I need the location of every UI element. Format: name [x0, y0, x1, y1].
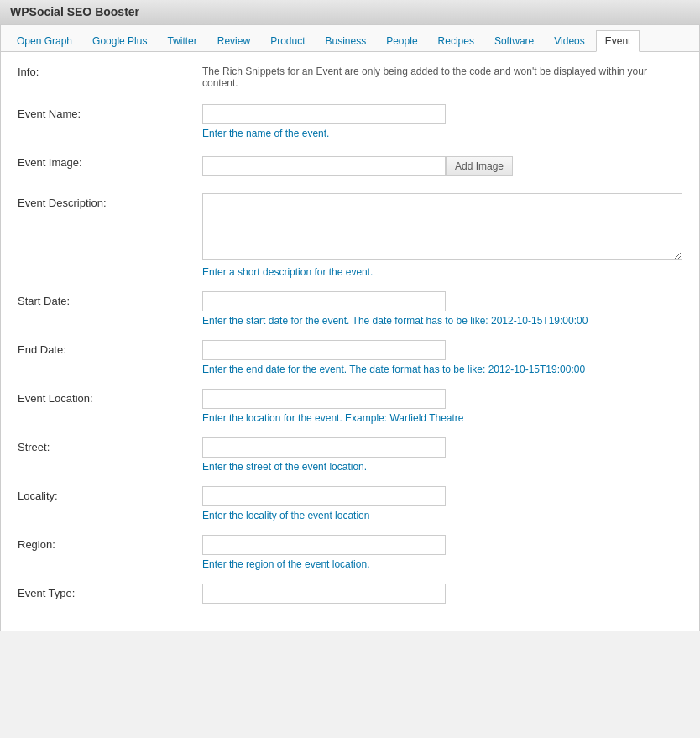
event-image-url-input[interactable] — [202, 156, 446, 176]
tab-google-plus[interactable]: Google Plus — [83, 30, 156, 51]
tab-open-graph[interactable]: Open Graph — [8, 30, 81, 51]
field-row-end-date: End Date:Enter the end date for the even… — [18, 340, 682, 375]
add-image-button[interactable]: Add Image — [446, 156, 513, 176]
field-wrapper-event-name: Enter the name of the event. — [202, 104, 682, 139]
tab-product[interactable]: Product — [261, 30, 314, 51]
region-input[interactable] — [202, 535, 446, 555]
field-label-start-date: Start Date: — [18, 291, 202, 307]
tab-people[interactable]: People — [377, 30, 426, 51]
field-hint-event-name: Enter the name of the event. — [202, 128, 682, 139]
field-row-event-type: Event Type: — [18, 584, 682, 604]
tab-recipes[interactable]: Recipes — [429, 30, 483, 51]
tab-business[interactable]: Business — [316, 30, 375, 51]
field-hint-start-date: Enter the start date for the event. The … — [202, 315, 682, 327]
field-hint-event-description: Enter a short description for the event. — [202, 266, 682, 278]
field-label-event-type: Event Type: — [18, 584, 202, 599]
navigation-tabs: Open GraphGoogle PlusTwitterReviewProduc… — [1, 25, 699, 52]
field-label-locality: Locality: — [18, 486, 202, 502]
field-wrapper-event-image: Add Image — [202, 153, 682, 180]
field-wrapper-region: Enter the region of the event location. — [202, 535, 682, 570]
event-name-input[interactable] — [202, 104, 446, 124]
field-row-region: Region:Enter the region of the event loc… — [18, 535, 682, 570]
tab-event[interactable]: Event — [596, 30, 640, 52]
field-label-event-description: Event Description: — [18, 193, 202, 209]
window-title: WPSocial SEO Booster — [0, 0, 700, 24]
field-wrapper-event-description: Enter a short description for the event. — [202, 193, 682, 278]
field-wrapper-locality: Enter the locality of the event location — [202, 486, 682, 521]
field-hint-street: Enter the street of the event location. — [202, 461, 682, 473]
field-label-region: Region: — [18, 535, 202, 551]
field-row-event-image: Event Image:Add Image — [18, 153, 682, 180]
tab-twitter[interactable]: Twitter — [158, 30, 206, 51]
start-date-input[interactable] — [202, 291, 446, 311]
field-wrapper-street: Enter the street of the event location. — [202, 437, 682, 473]
event-description-textarea[interactable] — [202, 193, 682, 260]
info-row: Info: The Rich Snippets for an Event are… — [18, 65, 682, 89]
tab-videos[interactable]: Videos — [545, 30, 593, 51]
field-wrapper-end-date: Enter the end date for the event. The da… — [202, 340, 682, 375]
info-text: The Rich Snippets for an Event are only … — [202, 65, 682, 89]
field-wrapper-event-type — [202, 584, 682, 604]
end-date-input[interactable] — [202, 340, 446, 360]
field-hint-end-date: Enter the end date for the event. The da… — [202, 364, 682, 375]
field-row-event-name: Event Name:Enter the name of the event. — [18, 104, 682, 139]
tab-software[interactable]: Software — [485, 30, 543, 51]
event-location-input[interactable] — [202, 389, 446, 409]
field-hint-event-location: Enter the location for the event. Exampl… — [202, 412, 682, 424]
field-label-event-location: Event Location: — [18, 389, 202, 405]
field-label-event-image: Event Image: — [18, 153, 202, 169]
field-label-street: Street: — [18, 437, 202, 453]
field-row-event-location: Event Location:Enter the location for th… — [18, 389, 682, 424]
field-row-street: Street:Enter the street of the event loc… — [18, 437, 682, 473]
field-hint-locality: Enter the locality of the event location — [202, 510, 682, 521]
field-label-event-name: Event Name: — [18, 104, 202, 120]
field-row-start-date: Start Date:Enter the start date for the … — [18, 291, 682, 327]
field-wrapper-start-date: Enter the start date for the event. The … — [202, 291, 682, 327]
field-wrapper-event-location: Enter the location for the event. Exampl… — [202, 389, 682, 424]
event-type-input[interactable] — [202, 584, 446, 604]
field-row-event-description: Event Description:Enter a short descript… — [18, 193, 682, 278]
field-label-end-date: End Date: — [18, 340, 202, 356]
field-row-locality: Locality:Enter the locality of the event… — [18, 486, 682, 521]
street-input[interactable] — [202, 437, 446, 458]
content-area: Info: The Rich Snippets for an Event are… — [1, 52, 699, 631]
tab-review[interactable]: Review — [208, 30, 259, 51]
info-label: Info: — [18, 65, 202, 78]
locality-input[interactable] — [202, 486, 446, 506]
field-hint-region: Enter the region of the event location. — [202, 558, 682, 570]
